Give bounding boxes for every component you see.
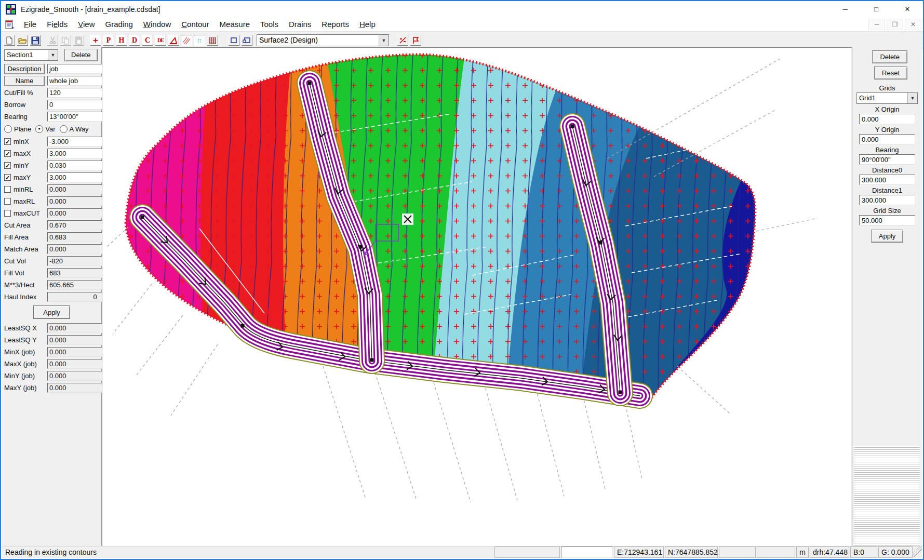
radio-away[interactable]: [60, 125, 68, 133]
chevron-down-icon[interactable]: ▼: [907, 93, 917, 103]
surface-select[interactable]: Surface2 (Design) ▼: [257, 34, 389, 46]
status-northing: N:7647885.852: [665, 546, 718, 558]
cut-button[interactable]: [46, 34, 59, 46]
hatch-button[interactable]: [180, 34, 193, 46]
grid-button[interactable]: [206, 34, 219, 46]
m3hect-label: M**3/Hect: [4, 281, 45, 289]
distance1-field[interactable]: [859, 195, 915, 205]
flag-button[interactable]: [409, 34, 422, 46]
window-cascade-button[interactable]: [227, 34, 240, 46]
status-input[interactable]: [561, 546, 613, 558]
y-origin-field[interactable]: [859, 134, 915, 144]
mdi-restore-button[interactable]: ❐: [887, 19, 903, 30]
toggle-percent-button[interactable]: [396, 34, 409, 46]
menu-window[interactable]: Window: [138, 19, 176, 30]
minrl-checkbox[interactable]: [4, 186, 11, 193]
surface-select-value: Surface2 (Design): [257, 35, 379, 46]
triangle-button[interactable]: [167, 34, 180, 46]
menu-fields[interactable]: Fields: [42, 19, 73, 30]
points-mode-button[interactable]: P: [102, 34, 115, 46]
section-panel: Section1 ▼ Delete Description Name Cut/F…: [2, 47, 102, 546]
borrow-label: Borrow: [4, 101, 45, 109]
fill-area-label: Fill Area: [4, 233, 45, 241]
flow-arrows-button[interactable]: ↑↑: [193, 34, 206, 46]
leastsq-x-label: LeastSQ X: [4, 324, 45, 332]
status-g: G: 0.000: [878, 546, 913, 558]
maxrl-checkbox[interactable]: [4, 198, 11, 205]
radio-plane[interactable]: [4, 125, 12, 133]
status-unit: m: [796, 546, 809, 558]
description-button[interactable]: Description: [4, 64, 45, 74]
save-button[interactable]: [29, 34, 42, 46]
section-select-value: Section1: [5, 50, 48, 60]
mdi-minimize-button[interactable]: ─: [868, 19, 885, 30]
minx-checkbox[interactable]: ✓: [4, 138, 11, 145]
chevron-down-icon[interactable]: ▼: [379, 35, 389, 46]
distance0-field[interactable]: [859, 175, 915, 185]
mdi-close-button[interactable]: ✕: [905, 19, 921, 30]
grade-bands: [102, 48, 852, 463]
open-folder-icon: [18, 36, 27, 45]
save-icon: [31, 36, 39, 45]
grid-size-field[interactable]: [859, 215, 915, 225]
apply-button[interactable]: Apply: [33, 305, 70, 319]
menu-help[interactable]: Help: [354, 19, 381, 30]
resize-grip[interactable]: [914, 546, 922, 558]
status-drh: drh:47.448: [810, 546, 849, 558]
grid-reset-button[interactable]: Reset: [874, 66, 907, 79]
triangle-icon: [169, 36, 178, 45]
hatch-icon: [182, 36, 191, 45]
new-file-button[interactable]: [3, 34, 16, 46]
flag-icon: [412, 36, 420, 44]
title-bar: Ezigrade_Smooth - [drain_example.cdsdat]…: [1, 1, 923, 17]
maximize-button[interactable]: □: [861, 2, 892, 17]
menu-file[interactable]: File: [19, 19, 42, 30]
grid-select[interactable]: Grid1 ▼: [856, 92, 918, 104]
grid-apply-button[interactable]: Apply: [871, 230, 904, 243]
window-outline-icon: [230, 37, 237, 44]
plane-mode-radios: Plane ●Var A Way: [4, 123, 99, 135]
grid-icon: [208, 36, 217, 45]
section-delete-button[interactable]: Delete: [64, 49, 98, 61]
menu-tools[interactable]: Tools: [255, 19, 284, 30]
grid-select-value: Grid1: [857, 93, 907, 103]
paste-button[interactable]: [72, 34, 85, 46]
close-button[interactable]: ✕: [892, 2, 923, 17]
app-window: Ezigrade_Smooth - [drain_example.cdsdat]…: [0, 0, 924, 560]
plus-icon: +: [93, 37, 98, 44]
menu-drains[interactable]: Drains: [284, 19, 316, 30]
name-button[interactable]: Name: [4, 76, 45, 86]
grid-bearing-field[interactable]: [859, 154, 915, 165]
grid-size-label: Grid Size: [873, 207, 901, 215]
open-file-button[interactable]: [16, 34, 29, 46]
menu-grading[interactable]: Grading: [100, 19, 138, 30]
menu-reports[interactable]: Reports: [316, 19, 354, 30]
chevron-down-icon[interactable]: ▼: [48, 50, 58, 60]
grid-delete-button[interactable]: Delete: [872, 50, 907, 63]
section-select[interactable]: Section1 ▼: [4, 49, 58, 61]
copy-button[interactable]: [59, 34, 72, 46]
design-elevation-button[interactable]: DE: [154, 34, 167, 46]
miny-job-label: MinY (job): [4, 372, 45, 380]
maxx-checkbox[interactable]: ✓: [4, 150, 11, 157]
grid-bearing-label: Bearing: [876, 146, 899, 154]
map-canvas[interactable]: [102, 47, 852, 546]
maxcut-checkbox[interactable]: [4, 210, 11, 217]
status-message: Reading in existing contours: [2, 546, 493, 558]
height-mode-button[interactable]: H: [115, 34, 128, 46]
miny-checkbox[interactable]: ✓: [4, 162, 11, 169]
radio-var[interactable]: ●: [35, 125, 43, 133]
menu-view[interactable]: View: [73, 19, 100, 30]
maxy-checkbox[interactable]: ✓: [4, 174, 11, 181]
leastsq-y-label: LeastSQ Y: [4, 336, 45, 344]
cut-icon: [49, 36, 57, 45]
add-point-button[interactable]: +: [89, 34, 102, 46]
design-mode-button[interactable]: D: [128, 34, 141, 46]
menu-measure[interactable]: Measure: [215, 19, 255, 30]
cutfill-label: Cut/Fill %: [4, 89, 45, 97]
minimize-button[interactable]: ─: [829, 2, 861, 17]
menu-contour[interactable]: Contour: [176, 19, 214, 30]
contour-mode-button[interactable]: C: [141, 34, 154, 46]
x-origin-field[interactable]: [859, 114, 915, 124]
window-tile-button[interactable]: [240, 34, 253, 46]
